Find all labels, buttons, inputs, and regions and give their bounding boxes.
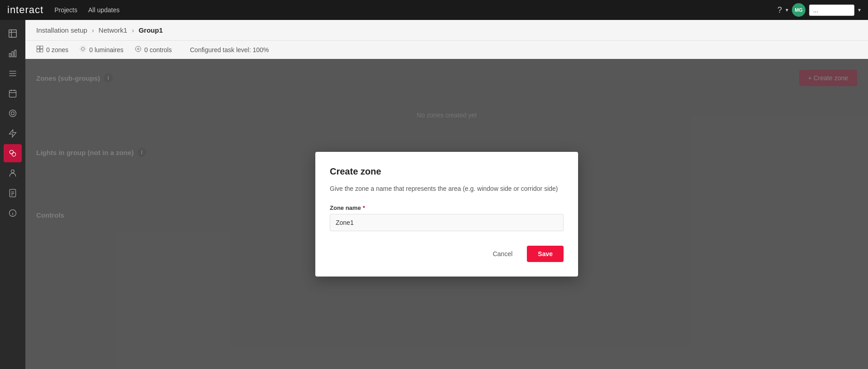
breadcrumb-group: Group1 (139, 26, 163, 34)
help-icon[interactable]: ? (777, 5, 782, 15)
zone-name-input[interactable] (330, 214, 564, 231)
zone-name-group: Zone name * (330, 204, 564, 231)
nav-projects[interactable]: Projects (54, 6, 77, 14)
save-button[interactable]: Save (527, 246, 564, 262)
nav-all-updates[interactable]: All updates (88, 6, 120, 14)
zones-icon (36, 45, 43, 54)
stat-luminaires: 0 luminaires (79, 45, 123, 54)
modal-overlay: Create zone Give the zone a name that re… (25, 59, 868, 369)
svg-point-39 (137, 48, 139, 50)
user-avatar: MG (792, 3, 805, 17)
luminaires-count: 0 luminaires (89, 46, 123, 53)
svg-line-35 (85, 51, 85, 51)
user-dropdown-arrow[interactable]: ▾ (858, 7, 861, 13)
sidebar-item-circle[interactable] (4, 104, 22, 122)
svg-rect-9 (10, 90, 16, 97)
svg-rect-5 (14, 50, 16, 57)
svg-point-16 (12, 152, 15, 156)
create-zone-modal: Create zone Give the zone a name that re… (315, 152, 578, 277)
svg-rect-0 (9, 30, 17, 38)
svg-point-13 (10, 110, 16, 117)
stat-zones: 0 zones (36, 45, 68, 54)
luminaires-icon (79, 45, 87, 54)
svg-rect-26 (40, 46, 43, 49)
svg-line-37 (85, 47, 85, 47)
svg-line-36 (81, 51, 81, 51)
modal-footer: Cancel Save (330, 246, 564, 262)
main-layout: Installation setup › Network1 › Group1 0… (0, 20, 868, 369)
sidebar-item-info[interactable] (4, 204, 22, 222)
app-logo: interact (7, 4, 43, 16)
svg-rect-27 (37, 49, 39, 52)
sidebar-item-settings[interactable] (4, 64, 22, 83)
zone-name-label: Zone name * (330, 204, 564, 211)
controls-icon (135, 45, 142, 54)
user-dropdown[interactable]: ... (809, 5, 854, 16)
breadcrumb-sep-1: › (92, 26, 94, 34)
svg-point-17 (11, 170, 14, 173)
svg-point-14 (11, 112, 14, 115)
cancel-button[interactable]: Cancel (484, 246, 522, 262)
sidebar-item-scenes[interactable] (4, 144, 22, 162)
stat-controls: 0 controls (135, 45, 172, 54)
sidebar-item-calendar[interactable] (4, 84, 22, 102)
sidebar-item-energy[interactable] (4, 124, 22, 142)
svg-line-34 (81, 47, 81, 47)
sidebar-item-reports[interactable] (4, 184, 22, 202)
sidebar (0, 20, 25, 369)
breadcrumb-network[interactable]: Network1 (99, 26, 127, 34)
svg-point-15 (10, 150, 13, 154)
breadcrumb-sep-2: › (132, 26, 134, 34)
stats-bar: 0 zones 0 luminaires (25, 40, 868, 59)
sidebar-item-building[interactable] (4, 24, 22, 43)
top-navigation: interact Projects All updates ? ▾ MG ...… (0, 0, 868, 20)
sidebar-item-analytics[interactable] (4, 44, 22, 63)
help-dropdown-arrow[interactable]: ▾ (786, 7, 788, 13)
sidebar-item-users[interactable] (4, 164, 22, 182)
svg-point-38 (135, 46, 141, 52)
topnav-right: ? ▾ MG ... ▾ (777, 3, 861, 17)
svg-point-29 (82, 48, 85, 51)
required-indicator: * (363, 204, 365, 211)
page-content: Zones (sub-groups) i + Create zone No zo… (25, 59, 868, 369)
svg-rect-25 (37, 46, 39, 49)
breadcrumb-installation[interactable]: Installation setup (36, 26, 87, 34)
breadcrumb: Installation setup › Network1 › Group1 (25, 20, 868, 40)
svg-rect-3 (10, 53, 11, 57)
zones-count: 0 zones (46, 46, 68, 53)
modal-title: Create zone (330, 166, 564, 177)
task-level-text: Configured task level: 100% (190, 46, 269, 53)
svg-rect-28 (40, 49, 43, 52)
controls-count: 0 controls (145, 46, 172, 53)
svg-rect-4 (12, 52, 13, 57)
svg-rect-18 (10, 189, 15, 197)
content-area: Installation setup › Network1 › Group1 0… (25, 20, 868, 369)
modal-description: Give the zone a name that represents the… (330, 184, 564, 194)
stat-task-level: Configured task level: 100% (190, 46, 269, 53)
